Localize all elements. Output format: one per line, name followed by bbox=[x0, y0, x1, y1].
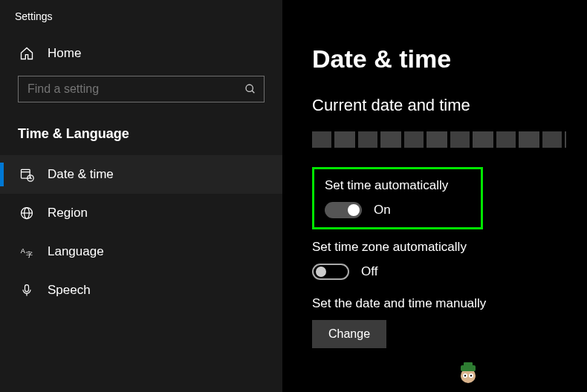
svg-line-1 bbox=[252, 91, 254, 93]
sidebar-item-label: Region bbox=[48, 206, 88, 220]
svg-rect-2 bbox=[22, 169, 30, 178]
current-datetime-value-redacted bbox=[312, 131, 566, 148]
svg-rect-14 bbox=[464, 362, 473, 367]
set-time-auto-label: Set time automatically bbox=[325, 178, 470, 193]
svg-point-18 bbox=[470, 375, 472, 376]
highlight-set-time-auto: Set time automatically On bbox=[312, 167, 483, 229]
app-title: Settings bbox=[0, 0, 282, 40]
svg-rect-10 bbox=[25, 285, 29, 292]
mascot-icon bbox=[453, 358, 483, 388]
set-time-auto-toggle[interactable] bbox=[325, 202, 362, 218]
search-input-wrap[interactable] bbox=[18, 76, 265, 102]
search-input[interactable] bbox=[27, 82, 244, 96]
sidebar-item-label: Date & time bbox=[48, 167, 114, 182]
search-icon bbox=[244, 83, 256, 95]
sidebar-item-language[interactable]: A 字 Language bbox=[0, 232, 282, 271]
set-time-auto-toggle-row: On bbox=[325, 202, 470, 218]
main-panel: Date & time Current date and time Set ti… bbox=[282, 0, 587, 392]
globe-icon bbox=[19, 206, 34, 220]
sidebar-home[interactable]: Home bbox=[0, 40, 282, 71]
language-icon: A 字 bbox=[19, 244, 34, 259]
set-zone-auto-toggle-row: Off bbox=[312, 264, 566, 280]
set-zone-auto-toggle[interactable] bbox=[312, 264, 349, 280]
svg-text:A: A bbox=[21, 247, 26, 255]
sidebar-item-label: Language bbox=[48, 244, 104, 259]
section-current-datetime: Current date and time bbox=[312, 96, 566, 115]
sidebar: Settings Home Time & Language Date & tim… bbox=[0, 0, 282, 392]
svg-text:字: 字 bbox=[26, 251, 33, 258]
microphone-icon bbox=[19, 283, 34, 298]
manual-group: Set the date and time manually Change bbox=[312, 296, 566, 348]
category-label: Time & Language bbox=[0, 116, 282, 155]
sidebar-item-region[interactable]: Region bbox=[0, 194, 282, 232]
svg-point-17 bbox=[464, 375, 466, 376]
sidebar-item-date-time[interactable]: Date & time bbox=[0, 155, 282, 194]
sidebar-item-label: Speech bbox=[48, 283, 91, 298]
sidebar-item-speech[interactable]: Speech bbox=[0, 271, 282, 310]
set-zone-auto-state: Off bbox=[361, 264, 377, 279]
page-title: Date & time bbox=[312, 45, 566, 74]
change-button[interactable]: Change bbox=[312, 320, 386, 348]
set-time-auto-state: On bbox=[374, 203, 391, 218]
manual-label: Set the date and time manually bbox=[312, 296, 566, 311]
home-icon bbox=[19, 46, 34, 61]
home-label: Home bbox=[48, 46, 81, 61]
svg-point-0 bbox=[246, 85, 253, 91]
calendar-clock-icon bbox=[19, 167, 34, 182]
set-zone-auto-group: Set time zone automatically Off bbox=[312, 240, 566, 280]
set-zone-auto-label: Set time zone automatically bbox=[312, 240, 566, 255]
